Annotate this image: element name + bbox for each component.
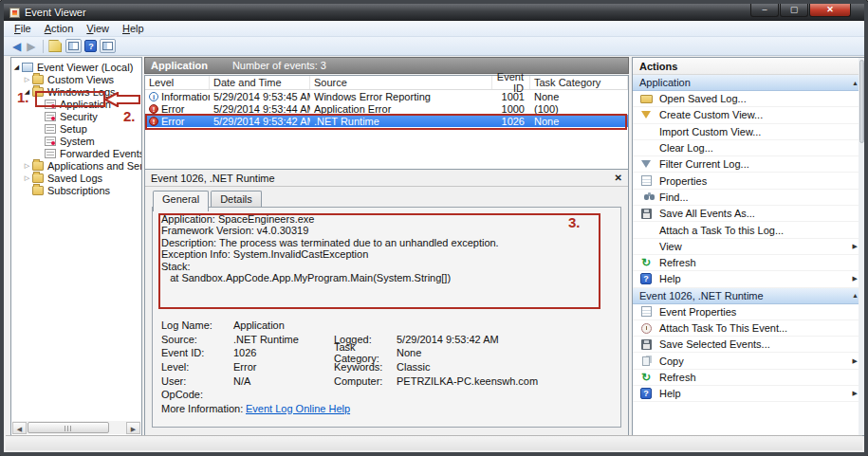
menu-view[interactable]: View bbox=[80, 22, 116, 35]
action-view[interactable]: View ▶ bbox=[633, 239, 865, 255]
tree-item-event-viewer-local[interactable]: ◢ Event Viewer (Local) bbox=[11, 61, 141, 73]
actions-group-event-1026[interactable]: Event 1026, .NET Runtime ▲ bbox=[633, 288, 865, 304]
forward-icon[interactable]: ▶ bbox=[27, 41, 35, 52]
action-filter-current-log[interactable]: Filter Current Log... bbox=[633, 156, 865, 173]
action-refresh-event[interactable]: ↻ Refresh bbox=[633, 370, 865, 386]
column-event-id[interactable]: Event ID bbox=[492, 76, 530, 89]
tree-item-applications-and-services[interactable]: ▷ Applications and Services Lo bbox=[11, 159, 141, 172]
tree-item-setup[interactable]: Setup bbox=[11, 122, 141, 135]
tree-item-system[interactable]: System bbox=[11, 135, 141, 147]
close-detail-icon[interactable]: ✕ bbox=[615, 173, 622, 183]
action-import-custom-view[interactable]: Import Custom View... bbox=[633, 124, 865, 140]
action-find[interactable]: Find... bbox=[633, 190, 865, 206]
action-properties[interactable]: Properties bbox=[633, 173, 865, 189]
information-icon: i bbox=[149, 92, 158, 101]
menu-action[interactable]: Action bbox=[38, 22, 81, 35]
general-tab-content: Application: SpaceEngineers.exe Framewor… bbox=[152, 207, 621, 428]
action-help-event[interactable]: ? Help ▶ bbox=[633, 386, 865, 402]
tab-general[interactable]: General bbox=[153, 191, 209, 211]
expanded-icon[interactable]: ◢ bbox=[11, 64, 22, 71]
tree-item-windows-logs[interactable]: ◢ Windows Logs bbox=[11, 85, 141, 98]
tree-item-application[interactable]: Application bbox=[11, 98, 141, 110]
collapse-icon[interactable]: ▲ bbox=[852, 292, 859, 299]
column-level[interactable]: Level bbox=[145, 76, 210, 89]
close-button[interactable]: ✕ bbox=[809, 4, 851, 17]
maximize-button[interactable]: ▢ bbox=[780, 4, 808, 17]
console-tree-toggle-icon[interactable] bbox=[65, 39, 82, 53]
tree-item-subscriptions[interactable]: Subscriptions bbox=[11, 184, 141, 196]
tree-item-custom-views[interactable]: ▷ Custom Views bbox=[11, 73, 141, 85]
keywords-value: Classic bbox=[397, 361, 615, 373]
actions-pane-title: Actions bbox=[633, 58, 865, 75]
level-value: Error bbox=[233, 361, 334, 373]
action-save-all-events-as[interactable]: Save All Events As... bbox=[633, 206, 865, 222]
collapsed-icon[interactable]: ▷ bbox=[22, 174, 32, 182]
tree-item-security[interactable]: Security bbox=[11, 110, 141, 122]
column-task-category[interactable]: Task Category bbox=[530, 76, 628, 89]
event-viewer-icon bbox=[22, 63, 33, 72]
keywords-label: Keywords: bbox=[334, 361, 397, 373]
table-row-selected[interactable]: ! Error 5/29/2014 9:53:42 AM .NET Runtim… bbox=[145, 115, 628, 127]
action-attach-task-to-log[interactable]: Attach a Task To this Log... bbox=[633, 222, 865, 238]
log-name-label: Log Name: bbox=[161, 319, 233, 331]
action-copy[interactable]: Copy ▶ bbox=[633, 353, 865, 369]
event-log-online-help-link[interactable]: Event Log Online Help bbox=[246, 403, 350, 414]
action-create-custom-view[interactable]: Create Custom View... bbox=[633, 107, 865, 123]
title-bar[interactable]: Event Viewer – ▢ ✕ bbox=[4, 4, 864, 21]
refresh-icon: ↻ bbox=[639, 257, 653, 268]
tree-item-saved-logs[interactable]: ▷ Saved Logs bbox=[11, 172, 141, 184]
action-help[interactable]: ? Help ▶ bbox=[633, 271, 865, 287]
minimize-button[interactable]: – bbox=[750, 4, 779, 17]
actions-group-application[interactable]: Application ▲ bbox=[633, 75, 865, 91]
scroll-right-icon[interactable]: ▶ bbox=[126, 422, 140, 434]
scroll-thumb[interactable] bbox=[28, 422, 109, 433]
tree-item-label: Subscriptions bbox=[47, 185, 110, 196]
tree-item-label: Event Viewer (Local) bbox=[37, 62, 133, 73]
action-event-properties[interactable]: Event Properties bbox=[633, 304, 865, 320]
tree-item-label: Applications and Services Lo bbox=[47, 160, 141, 172]
copy-icon bbox=[639, 356, 653, 367]
actions-vertical-scrollbar[interactable] bbox=[859, 58, 865, 435]
collapsed-icon[interactable]: ▷ bbox=[22, 162, 32, 170]
action-attach-task-to-event[interactable]: Attach Task To This Event... bbox=[633, 320, 865, 337]
menu-bar: File Action View Help bbox=[4, 21, 864, 37]
export-list-icon[interactable] bbox=[48, 40, 62, 52]
collapsed-icon[interactable]: ▷ bbox=[22, 76, 32, 83]
level-label: Level: bbox=[161, 361, 233, 373]
tree-item-label: Security bbox=[60, 111, 98, 122]
back-icon[interactable]: ◀ bbox=[12, 41, 21, 52]
menu-help[interactable]: Help bbox=[116, 22, 151, 35]
tree-horizontal-scrollbar[interactable]: ◀ ▶ bbox=[12, 421, 140, 434]
column-date-time[interactable]: Date and Time bbox=[210, 76, 310, 89]
task-clock-icon bbox=[639, 322, 653, 334]
scroll-left-icon[interactable]: ◀ bbox=[12, 422, 27, 434]
expanded-icon[interactable]: ◢ bbox=[22, 88, 32, 96]
table-row[interactable]: i Information 5/29/2014 9:53:45 AM Windo… bbox=[145, 90, 628, 102]
save-icon bbox=[639, 208, 653, 219]
tree-item-forwarded-events[interactable]: Forwarded Events bbox=[11, 147, 141, 159]
computer-label: Computer: bbox=[334, 375, 397, 387]
column-source[interactable]: Source bbox=[310, 76, 492, 89]
submenu-icon: ▶ bbox=[853, 357, 858, 365]
tree-item-label: Application bbox=[60, 99, 111, 110]
list-title-bar: Application Number of events: 3 bbox=[144, 57, 629, 74]
window-title: Event Viewer bbox=[25, 7, 86, 18]
group-header-label: Application bbox=[639, 77, 691, 88]
user-label: User: bbox=[161, 375, 233, 387]
action-refresh[interactable]: ↻ Refresh bbox=[633, 255, 865, 271]
collapse-icon[interactable]: ▲ bbox=[852, 80, 859, 86]
help-icon: ? bbox=[639, 388, 653, 399]
submenu-icon: ▶ bbox=[853, 390, 858, 397]
log-icon bbox=[45, 149, 56, 158]
tab-details[interactable]: Details bbox=[211, 191, 262, 207]
help-toolbar-icon[interactable]: ? bbox=[84, 40, 97, 52]
log-name-value: Application bbox=[233, 319, 334, 331]
action-pane-toggle-icon[interactable] bbox=[100, 39, 116, 53]
action-save-selected-events[interactable]: Save Selected Events... bbox=[633, 337, 865, 353]
table-row[interactable]: ! Error 5/29/2014 9:53:44 AM Application… bbox=[145, 102, 628, 115]
action-clear-log[interactable]: Clear Log... bbox=[633, 140, 865, 156]
scroll-thumb[interactable] bbox=[859, 60, 864, 143]
action-open-saved-log[interactable]: Open Saved Log... bbox=[633, 91, 865, 107]
app-icon bbox=[9, 8, 20, 18]
menu-file[interactable]: File bbox=[8, 22, 38, 35]
